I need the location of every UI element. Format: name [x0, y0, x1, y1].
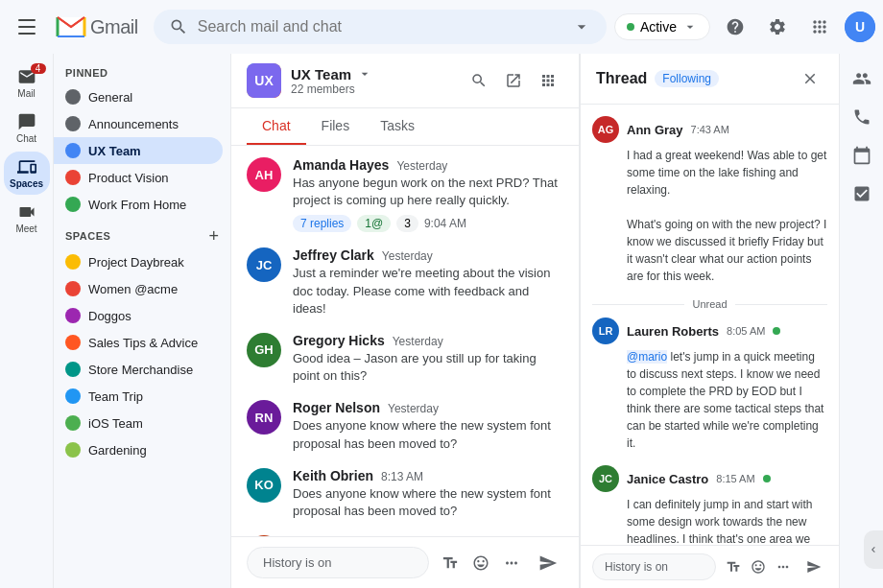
emoji-count-badge[interactable]: 3 [396, 215, 418, 232]
nav-item-spaces[interactable]: Spaces [4, 152, 50, 195]
announcements-icon [65, 116, 81, 131]
sidebar-item-announcements[interactable]: Announcements [54, 110, 223, 137]
sidebar-item-ux-team[interactable]: UX Team [54, 137, 223, 164]
sidebar-item-women-acme[interactable]: Women @acme [54, 275, 223, 302]
svg-text:U: U [855, 19, 865, 35]
mention-badge[interactable]: 1@ [357, 215, 391, 232]
nav-item-mail[interactable]: Mail 4 [4, 61, 50, 105]
sidebar-item-sales-tips[interactable]: Sales Tips & Advice [54, 329, 223, 356]
active-dot [627, 23, 634, 31]
message-item[interactable]: KO Keith Obrien 8:13 AM Does anyone know… [231, 460, 579, 528]
sidebar-item-ios-team[interactable]: iOS Team [54, 410, 223, 436]
search-bar[interactable] [154, 10, 607, 44]
project-daybreak-icon [65, 254, 81, 270]
project-daybreak-label: Project Daybreak [88, 255, 184, 270]
right-nav-calendar-button[interactable] [845, 138, 879, 173]
left-nav: Mail 4 Chat Spaces Meet [0, 54, 54, 588]
right-nav-tasks-button[interactable] [845, 176, 879, 211]
following-badge: Following [655, 70, 719, 87]
tasks-icon [852, 184, 871, 203]
message-item[interactable]: AC Alan Cook [231, 528, 579, 536]
thread-msg-name: Lauren Roberts [627, 324, 719, 339]
store-merchandise-label: Store Merchandise [88, 363, 193, 377]
search-in-chat-button[interactable] [464, 65, 494, 96]
emoji-button[interactable] [467, 550, 494, 576]
msg-sender-name: Keith Obrien [293, 468, 373, 483]
close-icon [801, 70, 819, 87]
chat-input-area: History is on [231, 536, 579, 588]
avatar: GH [247, 333, 281, 367]
help-icon [726, 17, 745, 36]
sidebar-item-work-from-home[interactable]: Work From Home [54, 191, 223, 218]
thread-avatar: AG [592, 116, 619, 143]
message-item[interactable]: RN Roger Nelson Yesterday Does anyone kn… [231, 392, 579, 459]
store-merchandise-icon [65, 362, 81, 377]
thread-msg-text: I can definitely jump in and start with … [627, 496, 827, 545]
active-chevron-icon [682, 19, 698, 35]
avatar: RN [247, 400, 281, 435]
google-apps-icon [810, 17, 829, 36]
thread-more-button[interactable] [772, 555, 795, 578]
thread-panel: Thread Following AG Ann Gray 7:43 AM [580, 54, 839, 588]
gmail-logo-text: Gmail [90, 16, 138, 38]
tab-tasks[interactable]: Tasks [365, 108, 430, 145]
message-item[interactable]: JC Jeffrey Clark Yesterday Just a remind… [231, 240, 579, 325]
thread-send-icon [806, 559, 822, 575]
group-avatar: UX [247, 63, 281, 98]
message-item[interactable]: AH Amanda Hayes Yesterday Has anyone beg… [231, 150, 579, 240]
msg-body: Does anyone know where the new system fo… [293, 485, 563, 520]
sidebar-item-general[interactable]: General [54, 83, 223, 110]
active-status-button[interactable]: Active [614, 13, 710, 40]
right-nav-expand-button[interactable] [864, 530, 883, 569]
general-icon [65, 89, 81, 105]
sidebar-item-doggos[interactable]: Doggos [54, 302, 223, 329]
replies-badge[interactable]: 7 replies [293, 215, 351, 232]
right-nav-contacts-button[interactable] [845, 61, 879, 96]
user-avatar[interactable]: U [845, 12, 875, 42]
google-apps-button[interactable] [802, 10, 837, 44]
tab-files[interactable]: Files [306, 108, 366, 145]
send-button[interactable] [533, 548, 563, 578]
nav-item-chat[interactable]: Chat [4, 106, 50, 150]
more-options-chat-button[interactable] [533, 65, 563, 96]
more-options-button[interactable] [498, 550, 525, 576]
ios-team-icon [65, 415, 81, 431]
add-space-button[interactable]: + [208, 227, 219, 245]
main-chat-panel: UX UX Team 22 members [230, 54, 580, 588]
search-input[interactable] [198, 18, 562, 35]
group-name: UX Team [291, 66, 351, 82]
nav-item-meet[interactable]: Meet [4, 197, 50, 240]
format-button[interactable] [437, 550, 464, 576]
hamburger-button[interactable] [8, 8, 46, 46]
thread-msg-name: Ann Gray [627, 123, 683, 137]
sidebar-item-product-vision[interactable]: Product Vision [54, 164, 223, 191]
sidebar-item-team-trip[interactable]: Team Trip [54, 383, 223, 410]
msg-sender-name: Amanda Hayes [293, 157, 389, 173]
thread-format-button[interactable] [722, 555, 745, 578]
search-dropdown-icon[interactable] [572, 17, 591, 36]
more-options-icon [503, 554, 520, 572]
thread-header: Thread Following [581, 54, 839, 105]
sidebar-item-gardening[interactable]: Gardening [54, 436, 223, 463]
thread-send-button[interactable] [800, 553, 827, 580]
close-thread-button[interactable] [797, 65, 823, 92]
sidebar-item-project-daybreak[interactable]: Project Daybreak [54, 248, 223, 275]
settings-button[interactable] [760, 10, 795, 44]
thread-input-box[interactable]: History is on [592, 553, 716, 580]
top-bar: Gmail Active U [0, 0, 883, 54]
help-button[interactable] [718, 10, 752, 44]
message-item[interactable]: GH Gregory Hicks Yesterday Good idea – J… [231, 325, 579, 392]
thread-emoji-button[interactable] [747, 555, 770, 578]
phone-icon [852, 107, 871, 127]
tab-chat[interactable]: Chat [247, 108, 306, 145]
thread-more-icon [776, 559, 791, 575]
send-icon [538, 553, 558, 573]
group-dropdown-icon[interactable] [357, 66, 372, 82]
pop-out-button[interactable] [498, 65, 529, 96]
gmail-logo: Gmail [54, 13, 138, 40]
chat-input-box[interactable]: History is on [247, 547, 429, 578]
sidebar-item-store-merchandise[interactable]: Store Merchandise [54, 356, 223, 383]
right-nav-phone-button[interactable] [845, 100, 879, 134]
women-acme-icon [65, 281, 81, 296]
thread-avatar: LR [592, 318, 619, 344]
